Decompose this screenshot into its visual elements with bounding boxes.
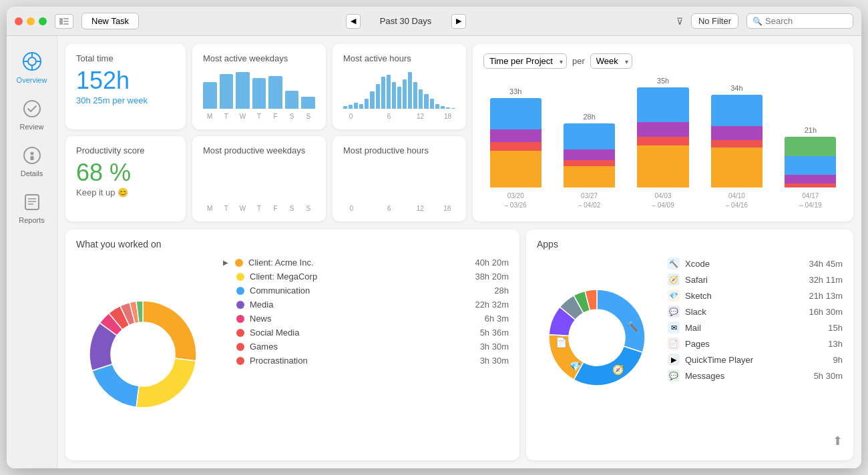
- svg-point-12: [30, 152, 33, 155]
- bar-segment-3-2: [711, 126, 763, 140]
- app-time-0: 34h 45m: [809, 259, 843, 269]
- bar-segment-2-3: [637, 87, 688, 122]
- worked-time-7: 3h 30m: [480, 356, 509, 366]
- minimize-button[interactable]: [27, 17, 35, 25]
- active-hours-title: Most active hours: [343, 53, 455, 63]
- stacked-bar-group-1: 28h03/27– 04/02: [557, 113, 621, 210]
- bar-total-label-4: 21h: [805, 126, 817, 134]
- bar-date-label-1: 03/27– 04/02: [578, 191, 600, 210]
- sidebar: Overview Review: [7, 36, 57, 468]
- bar-segment-0-3: [490, 98, 541, 129]
- worked-time-6: 3h 30m: [480, 342, 509, 352]
- new-task-button[interactable]: New Task: [81, 13, 139, 29]
- close-button[interactable]: [15, 17, 23, 25]
- worked-dot-4: [236, 315, 244, 323]
- sidebar-details-label: Details: [21, 169, 43, 177]
- bar-total-label-3: 34h: [730, 84, 742, 92]
- prod-hours-wrapper-13: [414, 181, 417, 181]
- active-weekdays-card: Most active weekdays MTWTFSS: [192, 44, 326, 129]
- prod-hours-wrapper-16: [431, 181, 433, 181]
- prod-hours-wrapper-17: [436, 181, 439, 181]
- chart-period-select[interactable]: Week: [590, 53, 632, 69]
- active-hours-card: Most active hours 0 6 12 18: [333, 44, 466, 129]
- search-bar[interactable]: 🔍: [746, 13, 853, 29]
- total-time-title: Total time: [76, 53, 175, 63]
- worked-time-5: 5h 36m: [480, 328, 509, 338]
- weekday-bar-1: [220, 74, 234, 109]
- worked-on-list: ▶Client: Acme Inc.40h 20mClient: MegaCor…: [223, 258, 509, 451]
- worked-dot-0: [235, 259, 243, 267]
- apps-card: Apps 🔨🧭💎📄 🔨Xcode34h 45m🧭Safari32h 11m💎Sk…: [526, 229, 853, 460]
- worked-arrow-0[interactable]: ▶: [223, 259, 228, 266]
- filter-label: No Filter: [691, 13, 738, 29]
- worked-label-1: Client: MegaCorp: [250, 272, 469, 282]
- hours-bar-11: [403, 79, 407, 109]
- prod-hours-wrapper-14: [420, 181, 423, 181]
- sidebar-overview-label: Overview: [17, 76, 47, 84]
- sidebar-item-reports[interactable]: Reports: [9, 188, 55, 229]
- traffic-lights: [15, 17, 47, 25]
- worked-label-4: News: [250, 314, 479, 324]
- sidebar-item-details[interactable]: Details: [9, 141, 55, 183]
- svg-rect-1: [63, 18, 69, 19]
- bar-segment-2-0: [637, 145, 688, 187]
- filter-icon[interactable]: ⊽: [672, 14, 687, 29]
- chart-type-select[interactable]: Time per Project: [483, 53, 567, 69]
- stacked-bar-0: [490, 98, 541, 187]
- app-name-1: Safari: [685, 275, 803, 285]
- prod-weekday-label-6: S: [301, 205, 315, 212]
- worked-dot-6: [236, 343, 244, 351]
- app-window: New Task ◀ Past 30 Days ▶ ⊽ No Filter 🔍: [7, 7, 861, 468]
- nav-next-button[interactable]: ▶: [451, 14, 466, 29]
- prod-hours-wrapper-20: [453, 181, 455, 181]
- chart-type-select-wrapper[interactable]: Time per Project: [483, 53, 567, 69]
- hours-bar-8: [387, 75, 391, 109]
- sidebar-item-overview[interactable]: Overview: [9, 47, 55, 89]
- hours-label-6: 6: [381, 113, 397, 120]
- active-hours-labels: 0 6 12 18: [343, 113, 455, 120]
- bar-segment-4-1: [785, 183, 836, 187]
- app-item-0: 🔨Xcode34h 45m: [668, 258, 843, 270]
- total-time-sub: 30h 25m per week: [76, 95, 175, 105]
- share-icon[interactable]: ⬆: [833, 434, 843, 448]
- worked-item-0: ▶Client: Acme Inc.40h 20m: [223, 258, 509, 268]
- hours-bar-17: [435, 104, 439, 109]
- bar-date-label-4: 04/17– 04/19: [799, 191, 821, 210]
- worked-on-card: What you worked on ▶Client: Acme Inc.40h…: [65, 229, 519, 460]
- stacked-bar-4: [785, 137, 836, 187]
- sidebar-toggle-button[interactable]: [55, 14, 73, 29]
- worked-item-5: Social Media5h 36m: [223, 328, 509, 338]
- worked-item-1: Client: MegaCorp38h 20m: [223, 272, 509, 282]
- details-icon: [23, 147, 41, 167]
- worked-time-2: 28h: [494, 286, 509, 296]
- nav-center: ◀ Past 30 Days ▶: [147, 14, 664, 29]
- bar-segment-3-0: [711, 147, 763, 187]
- nav-prev-button[interactable]: ◀: [346, 14, 361, 29]
- worked-dot-5: [236, 329, 244, 337]
- worked-on-body: ▶Client: Acme Inc.40h 20mClient: MegaCor…: [76, 258, 509, 451]
- prod-hours-wrapper-4: [365, 181, 368, 181]
- active-hours-chart: [343, 69, 455, 109]
- chart-period-select-wrapper[interactable]: Week: [590, 53, 632, 69]
- prod-hours-wrapper-6: [376, 181, 379, 181]
- prod-hours-wrapper-2: [354, 181, 357, 181]
- prod-hours-wrapper-19: [447, 181, 450, 181]
- worked-label-6: Games: [250, 342, 475, 352]
- weekday-label-4: F: [268, 113, 282, 120]
- sidebar-item-review[interactable]: Review: [9, 95, 55, 136]
- bar-segment-3-1: [711, 140, 763, 147]
- bar-date-label-2: 04/03– 04/09: [652, 191, 674, 210]
- app-icon-1: 🧭: [668, 274, 680, 286]
- bar-segment-2-1: [637, 137, 688, 145]
- search-input[interactable]: [765, 16, 839, 26]
- stats-left: Total time 152h 30h 25m per week Most ac…: [65, 44, 466, 221]
- app-item-5: 📄Pages13h: [668, 338, 843, 350]
- bar-segment-0-2: [490, 129, 541, 142]
- sidebar-reports-label: Reports: [19, 216, 45, 224]
- app-name-7: Messages: [685, 371, 809, 381]
- weekday-label-5: S: [285, 113, 299, 120]
- maximize-button[interactable]: [39, 17, 47, 25]
- prod-weekday-wrapper-0: [203, 181, 217, 181]
- svg-point-11: [24, 147, 40, 163]
- svg-text:💎: 💎: [570, 361, 582, 372]
